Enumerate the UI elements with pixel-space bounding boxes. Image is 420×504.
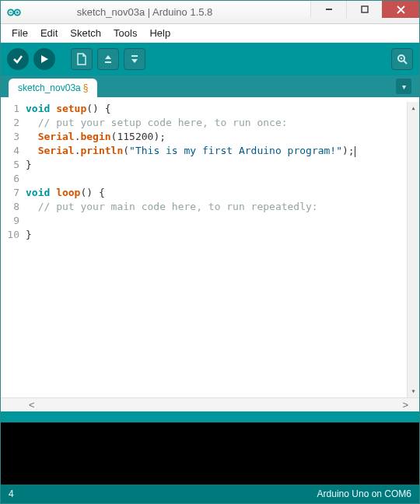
horizontal-scrollbar[interactable]: < > <box>1 397 419 411</box>
text-cursor <box>355 146 355 157</box>
menubar: File Edit Sketch Tools Help <box>1 24 419 43</box>
status-line-number: 4 <box>9 488 14 499</box>
svg-line-15 <box>404 61 407 64</box>
titlebar[interactable]: sketch_nov03a | Arduino 1.5.8 <box>1 1 419 24</box>
scrollbar-track[interactable] <box>408 114 419 385</box>
save-sketch-button[interactable] <box>124 48 145 70</box>
scroll-right-arrow-icon[interactable]: > <box>402 399 408 411</box>
code-content[interactable]: void setup() { // put your setup code he… <box>26 102 407 397</box>
new-sketch-button[interactable] <box>71 48 93 70</box>
output-console[interactable] <box>1 422 419 485</box>
vertical-scrollbar[interactable]: ▴ ▾ <box>407 102 419 397</box>
svg-marker-10 <box>105 55 111 59</box>
serial-monitor-button[interactable] <box>391 48 413 70</box>
window-controls <box>310 1 419 23</box>
svg-point-16 <box>401 58 402 59</box>
status-bar: 4 Arduino Uno on COM6 <box>1 485 419 503</box>
sketch-tab[interactable]: sketch_nov03a § <box>9 79 97 97</box>
scroll-left-arrow-icon[interactable]: < <box>29 399 35 411</box>
close-button[interactable] <box>382 1 419 18</box>
editor-area: 1 2 3 4 5 6 7 8 9 10 void setup() { // p… <box>1 97 419 411</box>
open-sketch-button[interactable] <box>97 48 119 70</box>
tab-strip: sketch_nov03a § ▾ <box>1 75 419 97</box>
window-title: sketch_nov03a | Arduino 1.5.8 <box>0 6 310 18</box>
menu-file[interactable]: File <box>5 26 34 40</box>
menu-tools[interactable]: Tools <box>107 26 143 40</box>
maximize-button[interactable] <box>346 1 382 18</box>
svg-rect-11 <box>105 61 111 63</box>
code-editor[interactable]: 1 2 3 4 5 6 7 8 9 10 void setup() { // p… <box>1 97 419 397</box>
menu-sketch[interactable]: Sketch <box>64 26 107 40</box>
upload-button[interactable] <box>33 48 55 70</box>
status-board-port: Arduino Uno on COM6 <box>317 488 411 499</box>
tab-dropdown-button[interactable]: ▾ <box>396 79 411 94</box>
svg-marker-12 <box>131 59 138 63</box>
menu-help[interactable]: Help <box>143 26 177 40</box>
chevron-down-icon: ▾ <box>402 82 406 91</box>
verify-button[interactable] <box>7 48 29 70</box>
minimize-button[interactable] <box>310 1 346 18</box>
svg-rect-6 <box>362 6 368 12</box>
scroll-up-arrow-icon[interactable]: ▴ <box>408 102 419 114</box>
panel-divider[interactable] <box>1 411 419 422</box>
tab-label: sketch_nov03a <box>18 82 81 93</box>
menu-edit[interactable]: Edit <box>34 26 64 40</box>
line-number-gutter: 1 2 3 4 5 6 7 8 9 10 <box>1 102 26 397</box>
tab-modified-indicator: § <box>83 82 89 93</box>
arduino-ide-window: sketch_nov03a | Arduino 1.5.8 File Edit … <box>0 0 420 504</box>
svg-marker-9 <box>41 55 48 63</box>
toolbar <box>1 43 419 75</box>
scroll-down-arrow-icon[interactable]: ▾ <box>408 385 419 397</box>
svg-rect-13 <box>131 55 138 57</box>
